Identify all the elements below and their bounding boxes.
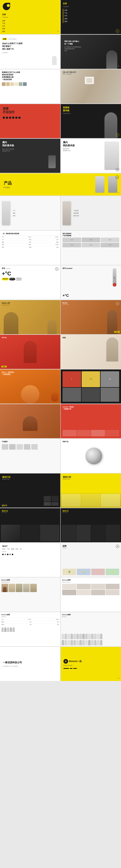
toc-item-2: 产品 <box>2 22 58 25</box>
cities-text: 北京、广州、成都、武汉、苦... <box>2 548 58 550</box>
toc-label-en: Contents <box>2 17 58 18</box>
slide-bonono-trend-right: Bonono趋势 Bonono trend <box>61 578 121 612</box>
plan-title-yellow: 规划计划 <box>63 476 119 478</box>
arrow-icon-final[interactable]: › <box>118 677 119 680</box>
becky-title: Becky <box>63 302 69 304</box>
slide-editorial-left: Editorial <box>0 404 60 438</box>
temp-symbol: +°C <box>2 271 58 276</box>
toc-label: 目录 <box>2 13 58 16</box>
red-title: 深度不仅仅行 <box>3 107 57 114</box>
betty-title: Betty & 体 <box>2 302 10 304</box>
slide-row-11: Becky Betty 时尚 <box>0 335 121 369</box>
brand-sub: 态 我承担 <box>2 52 58 54</box>
bonono-title-left: Bonono趋势 <box>1 579 59 581</box>
brand-title: 这会什么东西不了大道理我们要做了我们 选择了它 <box>2 42 58 50</box>
slide-row-3: 美观我们已完了以上结果相应的应该适应总要调整提出感一段话的完美 关联上面了解的义… <box>0 69 121 103</box>
slide-row-18: Bonono趋势 Bonono trend Bonono趋势 Bonono tr… <box>0 578 121 612</box>
slide-row-15: 规划计划 Brand Plan 规划计划 Brand Plan 规划计划 Bra… <box>0 473 121 507</box>
brand-name: Bonono一品 <box>69 660 82 663</box>
slide-trend-right: 趋势 Trends 🌿 💡 ⚡ ✨ 4 <box>61 543 121 577</box>
slide-specs-right: 每年全面参考产品详细参数 工具A 工具B 工具C 工具D 工具E 工具F <box>61 231 121 265</box>
arrow-icon[interactable]: › <box>57 30 58 33</box>
slide-fashion-warm-left: Betty & 体 Fashion warm <box>0 300 60 334</box>
slide-bonono-specs-left: Bonono趋势 Bonono 项目数据A数据B 类型1值1值2 类型2值3值4 <box>0 612 60 646</box>
orange-title: 你(TL)-一些你有的一些你想要的 <box>2 371 58 375</box>
slide-symbol-right: 符号 Symbol +°C +°C <box>61 266 121 300</box>
toc-item-1: 品牌 <box>2 20 58 22</box>
slide-row-12: 你(TL)-一些你有的一些你想要的 书 手册 材料 <box>0 369 121 404</box>
slide-accessories-left: 产品配件 <box>0 439 60 473</box>
plan-title-dark: 规划计划 <box>2 476 58 478</box>
slide-row-14: 产品配件 球形产品 <box>0 439 121 473</box>
slide-black-right: 直接收基本款 Fashion item 1 <box>61 104 121 138</box>
slide-row-4: 深度不仅仅行 直接收基本款 Fashion item 1 <box>0 104 121 138</box>
slide-row-10: Betty & 体 Fashion warm Becky Style warm … <box>0 300 121 334</box>
slide-row-20: 一家优质科技公司 A quality tech company B Bonono… <box>0 647 121 681</box>
slide-toc-left: 目录 Contents 品牌 产品 符号 趋势 规划 › <box>0 0 60 34</box>
slide-row-17: NEXT 北京、广州、成都、武汉、苦... Trends 趋势 Trends 🌿… <box>0 543 121 577</box>
slide-product-full: 产品 Product 2 › <box>0 174 121 195</box>
slide-plan-yellow: 规划计划 Brand Plan <box>61 473 121 507</box>
slide-basic-right: 属内我的基本款 属内基本款描述相关产品 2 <box>61 139 121 173</box>
slide-final-left: 一家优质科技公司 A quality tech company <box>0 647 60 681</box>
slide-plan-dark: 规划计划 Brand Plan 规划计划 Brand Plan <box>0 473 60 507</box>
basic-left-title: 属内我的基本款 <box>2 141 58 147</box>
slide-row-13: Editorial 2024/25一些你的一些重要分享 <box>0 404 121 438</box>
slide-row-6: 产品 Product 2 › <box>0 174 121 195</box>
slide-neutral-fashion-right: 时尚 <box>61 335 121 369</box>
slide-sphere-right: 球形产品 <box>61 439 121 473</box>
slide-brand-right: 我是大家人的印象上拍一个视频 这个算很多可以自然的的姿态让我用直接的语言去讲 › <box>61 35 121 69</box>
slide-orange-left: 你(TL)-一些你有的一些你想要的 <box>0 369 60 404</box>
slide-specs-left: □ 内 - 我的基本款比较选择 型号基础款高级款 尺寸标准大号 颜色白色黑色 价… <box>0 231 60 265</box>
slide-brand-left: 态度 Brand attitude 这会什么东西不了大道理我们要做了我们 选择了… <box>0 35 60 69</box>
slide-colors-right: 关联上面了解的义理 关联 Correlation <box>61 69 121 103</box>
next-label: NEXT <box>2 545 58 547</box>
slide-row-7: 尺寸颜色材质 产品描述规格参数颜色 材质 <box>0 196 121 230</box>
toc-item-4: 趋势 <box>2 28 58 30</box>
slide-bonono-trend-left: Bonono趋势 Bonono trend <box>0 578 60 612</box>
slide-books-right: 书 手册 材料 <box>61 369 121 404</box>
toc-item-3: 符号 <box>2 25 58 28</box>
slide-colors-left: 美观我们已完了以上结果相应的应该适应总要调整提出感一段话的完美 <box>0 69 60 103</box>
slide-basic-left: 属内我的基本款 属内 内部产品基本款描述相关产品 <box>0 139 60 173</box>
final-title: 一家优质科技公司 <box>3 661 57 664</box>
slide-red-fashion-left: Becky Betty <box>0 335 60 369</box>
slide-red-left: 深度不仅仅行 <box>0 104 60 138</box>
arrow-icon-3[interactable]: › <box>118 191 119 194</box>
slide-plan-mach-left: 规划计划 Brand Plan <box>0 508 60 542</box>
slide-toc-right: 目录 Contents 品牌 产品 符号 趋势 规划 1 <box>61 0 121 34</box>
slide-fashion-warm-right: Becky Style warm Betty 3 <box>61 300 121 334</box>
slide-editorial-right: 2024/25一些你的一些重要分享 <box>61 404 121 438</box>
slide-prod-detail-left: 尺寸颜色材质 <box>0 196 60 230</box>
slide-row-19: Bonono趋势 Bonono 项目数据A数据B 类型1值1值2 类型2值3值4… <box>0 612 121 646</box>
toc-title-right: 目录 <box>63 2 119 5</box>
brand-logo: B <box>65 660 67 663</box>
slide-row-8: □ 内 - 我的基本款比较选择 型号基础款高级款 尺寸标准大号 颜色白色黑色 价… <box>0 231 121 265</box>
slide-row-2: 态度 Brand attitude 这会什么东西不了大道理我们要做了我们 选择了… <box>0 35 121 69</box>
editorial-title: 2024/25一些你的一些重要分享 <box>63 406 119 410</box>
slide-row-9: 符号 Symbol +°C 基础温控 数字化 科技感 3 符号 Symbol +… <box>0 266 121 300</box>
slide-bonono-figures-right: Bonono趋势 Bonono <box>61 612 121 646</box>
slide-plan-mach-right: 规划计划 Brand Plan <box>61 508 121 542</box>
toc-item-5: 规划 <box>2 30 58 33</box>
slide-symbol-left: 符号 Symbol +°C 基础温控 数字化 科技感 3 <box>0 266 60 300</box>
betty-tag: Betty <box>114 331 120 333</box>
black-title: 直接收基本款 <box>63 106 119 112</box>
slide-trend-cities-left: NEXT 北京、广州、成都、武汉、苦... Trends <box>0 543 60 577</box>
arrow-icon-2[interactable]: › <box>118 64 119 67</box>
brand-right-caption: 我是大家人的印象上拍一个视频 <box>64 40 119 45</box>
brand-tagline: Brand identity <box>64 664 118 666</box>
product-section-title: 产品 <box>4 180 95 186</box>
slide-row-1: 目录 Contents 品牌 产品 符号 趋势 规划 › 目录 Contents… <box>0 0 121 34</box>
red-betty-tag: Betty <box>1 366 7 367</box>
slide-final-right: B Bonono一品 Brand identity › <box>61 647 121 681</box>
slide-row-5: 属内我的基本款 属内 内部产品基本款描述相关产品 属内我的基本款 属内基本款描述… <box>0 139 121 173</box>
slide-row-16: 规划计划 Brand Plan 规划计划 Brand Plan <box>0 508 121 542</box>
slide-prod-detail-right: 产品描述规格参数颜色 材质 <box>61 196 121 230</box>
